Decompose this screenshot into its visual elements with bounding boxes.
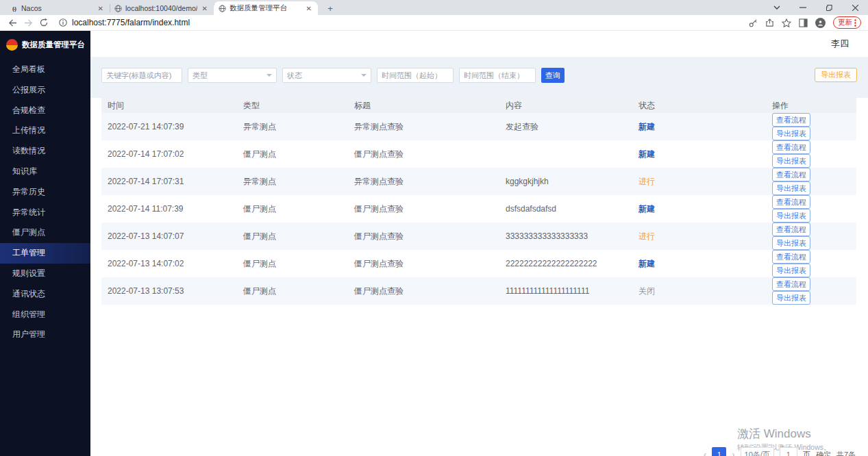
sidebar-menu-item[interactable]: 上传情况 <box>0 121 90 141</box>
browser-tab[interactable]: localhost:10040/demo/psjdbc ✕ <box>110 1 214 15</box>
page-size-select[interactable]: 10条/页 <box>741 447 774 456</box>
sidebar-menu-item[interactable]: 僵尸测点 <box>0 223 90 243</box>
browser-tab[interactable]: (-) Nacos ✕ <box>5 1 110 15</box>
filter-panel: 查询 导出报表 <box>90 57 868 98</box>
status-badge: 新建 <box>638 149 655 159</box>
type-select[interactable] <box>188 68 277 83</box>
cell-title: 僵尸测点查验 <box>348 223 499 250</box>
table-row: 2022-07-14 11:07:39 僵尸测点 僵尸测点查验 dsfsdafs… <box>101 195 856 223</box>
tab-close-icon[interactable]: ✕ <box>97 5 105 12</box>
next-page-icon[interactable]: › <box>732 447 734 456</box>
tab-close-icon[interactable]: ✕ <box>201 5 209 12</box>
chrome-update-button[interactable]: 更新 <box>833 16 861 29</box>
export-row-button[interactable]: 导出报表 <box>772 181 810 195</box>
chevron-down-icon <box>361 74 367 79</box>
minimize-icon[interactable] <box>790 0 816 15</box>
jump-page-input[interactable]: 1 <box>780 447 797 456</box>
close-icon[interactable] <box>842 0 868 15</box>
sidebar-menu-item[interactable]: 异常统计 <box>0 203 90 223</box>
view-flow-button[interactable]: 查看流程 <box>772 250 810 264</box>
browser-tab-strip: (-) Nacos ✕ localhost:10040/demo/psjdbc … <box>0 0 868 15</box>
jump-confirm-button[interactable]: 确定 <box>816 447 831 456</box>
status-select[interactable] <box>282 68 371 83</box>
cell-type: 僵尸测点 <box>237 277 348 305</box>
col-actions: 操作 <box>766 98 856 113</box>
page-number-active[interactable]: 1 <box>712 447 726 456</box>
key-icon[interactable] <box>749 18 758 27</box>
chevron-down-icon[interactable] <box>764 0 790 15</box>
sidebar-menu-item[interactable]: 读数情况 <box>0 141 90 162</box>
export-row-button[interactable]: 导出报表 <box>772 264 810 277</box>
time-start-input[interactable] <box>377 68 454 83</box>
sidebar-item-label: 组织管理 <box>12 309 45 319</box>
table-row: 2022-07-21 14:07:39 异常测点 异常测点查验 发起查验 新建 … <box>101 113 856 140</box>
new-tab-button[interactable]: + <box>322 1 338 15</box>
tab-title: localhost:10040/demo/psjdbc <box>125 4 197 12</box>
time-end-input[interactable] <box>459 68 536 83</box>
view-flow-button[interactable]: 查看流程 <box>772 195 810 209</box>
view-flow-button[interactable]: 查看流程 <box>772 140 810 154</box>
export-row-button[interactable]: 导出报表 <box>772 154 810 168</box>
url-text[interactable]: localhost:7775/falarm/index.html <box>72 18 190 27</box>
sidebar-menu-item[interactable]: 规则设置 <box>0 264 90 284</box>
status-badge: 进行 <box>638 177 655 186</box>
globe-icon <box>219 5 226 12</box>
export-row-button[interactable]: 导出报表 <box>772 236 810 250</box>
sidebar-menu-item[interactable]: 通讯状态 <box>0 284 90 305</box>
sidebar-menu-item[interactable]: 知识库 <box>0 162 90 182</box>
sidebar-menu-item[interactable]: 组织管理 <box>0 305 90 325</box>
reload-icon[interactable] <box>40 18 48 27</box>
cell-time: 2022-07-13 14:07:07 <box>101 223 237 250</box>
export-row-button[interactable]: 导出报表 <box>772 291 810 305</box>
search-button[interactable]: 查询 <box>541 68 565 83</box>
side-panel-icon[interactable] <box>799 18 808 27</box>
col-time: 时间 <box>101 98 237 113</box>
share-icon[interactable] <box>765 18 774 27</box>
cell-type: 异常测点 <box>237 168 348 195</box>
window-controls <box>764 0 868 15</box>
browser-tab[interactable]: 数据质量管理平台 ✕ <box>214 1 318 15</box>
view-flow-button[interactable]: 查看流程 <box>772 277 810 291</box>
sidebar-menu-item[interactable]: 公报展示 <box>0 80 90 101</box>
export-row-button[interactable]: 导出报表 <box>772 209 810 223</box>
sidebar-item-label: 异常历史 <box>12 187 45 197</box>
bookmark-star-icon[interactable] <box>782 18 791 27</box>
keyword-input[interactable] <box>101 68 182 83</box>
cell-content: dsfsdafsdafsd <box>499 195 632 223</box>
maximize-icon[interactable] <box>816 0 842 15</box>
cell-time: 2022-07-13 14:07:02 <box>101 250 237 277</box>
sidebar-menu-item[interactable]: 异常历史 <box>0 182 90 203</box>
cell-title: 僵尸测点查验 <box>348 140 499 168</box>
sidebar-menu-item[interactable]: 工单管理 <box>0 243 90 264</box>
profile-avatar[interactable] <box>815 18 826 28</box>
current-user[interactable]: 李四 <box>831 31 849 57</box>
sidebar-item-label: 上传情况 <box>12 125 45 135</box>
cell-title: 异常测点查验 <box>348 168 499 195</box>
address-bar[interactable]: localhost:7775/falarm/index.html <box>59 18 749 27</box>
cell-type: 僵尸测点 <box>237 250 348 277</box>
app-brand: 数据质量管理平台 <box>0 31 90 58</box>
export-report-button[interactable]: 导出报表 <box>815 68 857 82</box>
view-flow-button[interactable]: 查看流程 <box>772 113 810 127</box>
sidebar-menu-item[interactable]: 全局看板 <box>0 60 90 80</box>
tab-title: Nacos <box>21 4 93 12</box>
export-row-button[interactable]: 导出报表 <box>772 127 810 140</box>
sidebar-menu-item[interactable]: 用户管理 <box>0 325 90 345</box>
prev-page-icon[interactable]: ‹ <box>704 447 706 456</box>
chevron-down-icon <box>266 74 272 79</box>
view-flow-button[interactable]: 查看流程 <box>772 223 810 236</box>
sidebar-menu-item[interactable]: 合规检查 <box>0 101 90 121</box>
back-icon[interactable] <box>8 19 17 27</box>
sidebar-item-label: 用户管理 <box>12 329 45 339</box>
table-header-row: 时间 类型 标题 内容 状态 操作 <box>101 98 856 113</box>
sidebar-item-label: 读数情况 <box>12 146 45 155</box>
page-unit-label: 页 <box>803 447 810 456</box>
view-flow-button[interactable]: 查看流程 <box>772 168 810 181</box>
cell-title: 僵尸测点查验 <box>348 250 499 277</box>
sidebar-item-label: 全局看板 <box>12 64 45 74</box>
forward-icon[interactable] <box>24 19 33 27</box>
info-icon[interactable] <box>59 18 67 27</box>
status-badge: 新建 <box>638 122 655 131</box>
tab-close-icon[interactable]: ✕ <box>305 5 313 12</box>
table-row: 2022-07-13 14:07:07 僵尸测点 僵尸测点查验 33333333… <box>101 223 856 250</box>
